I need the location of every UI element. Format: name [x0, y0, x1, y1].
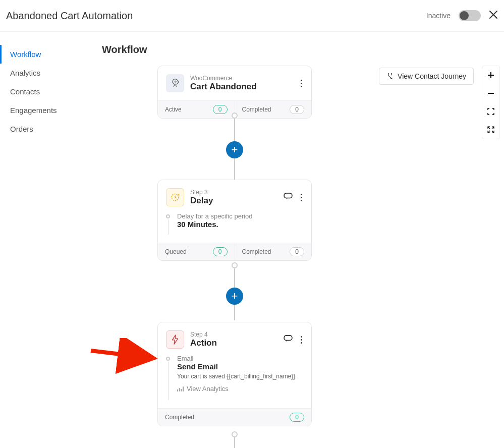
- plus-icon: [487, 71, 495, 79]
- fit-screen-button[interactable]: [482, 102, 499, 121]
- node-sup: WooCommerce: [190, 75, 294, 82]
- kebab-icon[interactable]: [300, 79, 303, 88]
- connector-dot: [232, 113, 238, 119]
- count-pill: 0: [213, 247, 228, 256]
- status-toggle[interactable]: [459, 10, 481, 21]
- node-actions: [284, 193, 303, 202]
- minus-icon: [487, 89, 495, 97]
- add-step-button[interactable]: +: [226, 288, 243, 305]
- node-header: Step 3 Delay: [158, 180, 311, 210]
- node-sup: Step 3: [190, 189, 277, 196]
- workflow-node-trigger[interactable]: WooCommerce Cart Abandoned Active 0 Comp…: [157, 66, 312, 119]
- body-line2: Send Email: [177, 362, 295, 371]
- view-analytics-link[interactable]: View Analytics: [177, 385, 295, 393]
- sub-row: Email Send Email Your cart is saved {{ca…: [166, 355, 303, 400]
- svg-point-2: [175, 81, 177, 82]
- footer-queued: Queued 0: [158, 243, 235, 260]
- node-actions: [300, 79, 303, 88]
- add-step-button[interactable]: +: [226, 141, 243, 158]
- svg-point-0: [388, 73, 389, 74]
- node-body: Delay for a specific period 30 Minutes.: [158, 212, 311, 243]
- node-footer: Queued 0 Completed 0: [158, 243, 311, 260]
- kebab-icon[interactable]: [300, 335, 303, 345]
- svg-rect-5: [284, 335, 292, 340]
- body-line1: Delay for a specific period: [177, 212, 253, 220]
- content: Workflow View Contact Journey: [91, 32, 504, 448]
- footer-completed: Completed 0: [235, 243, 312, 260]
- view-contact-journey-button[interactable]: View Contact Journey: [379, 68, 474, 85]
- node-title: Delay: [190, 196, 277, 206]
- sidebar-item-orders[interactable]: Orders: [0, 120, 91, 138]
- count-pill: 0: [290, 105, 304, 114]
- sub-text: Delay for a specific period 30 Minutes.: [177, 212, 253, 229]
- main: Workflow Analytics Contacts Engagements …: [0, 32, 504, 448]
- bolt-icon: [166, 330, 184, 349]
- sidebar: Workflow Analytics Contacts Engagements …: [0, 32, 91, 448]
- sub-dot: [166, 214, 170, 218]
- analytics-icon: [177, 386, 184, 392]
- fit-icon: [487, 108, 494, 115]
- workflow-canvas[interactable]: View Contact Journey: [91, 66, 504, 448]
- journey-button-label: View Contact Journey: [398, 72, 466, 80]
- footer-label: Completed: [242, 106, 271, 113]
- workflow-node-delay[interactable]: Step 3 Delay Dela: [157, 180, 312, 261]
- footer-active: Active 0: [158, 101, 235, 118]
- topbar-right: Inactive: [426, 9, 498, 22]
- node-body: Email Send Email Your cart is saved {{ca…: [158, 355, 311, 408]
- section-title: Workflow: [91, 44, 504, 55]
- count-pill: 0: [213, 105, 228, 114]
- body-line3: Your cart is saved {{cart_billing_first_…: [177, 373, 295, 380]
- comment-icon[interactable]: [284, 335, 293, 342]
- body-line2: 30 Minutes.: [177, 220, 253, 229]
- close-icon[interactable]: [489, 9, 498, 22]
- sidebar-item-workflow[interactable]: Workflow: [0, 45, 91, 64]
- node-footer: Completed 0: [158, 408, 311, 426]
- page-title: Abandoned Cart Automation: [6, 10, 133, 22]
- connector-dot: [232, 431, 238, 437]
- sub-line: [168, 219, 169, 235]
- workflow-node-action[interactable]: Step 4 Action Ema: [157, 322, 312, 426]
- sidebar-item-analytics[interactable]: Analytics: [0, 64, 91, 82]
- sub-text: Email Send Email Your cart is saved {{ca…: [177, 355, 295, 393]
- toggle-thumb: [460, 11, 469, 20]
- clock-icon: [166, 188, 184, 206]
- count-pill: 0: [290, 413, 304, 422]
- zoom-in-button[interactable]: [482, 66, 499, 84]
- body-line1: Email: [177, 355, 295, 362]
- node-labels: Step 3 Delay: [190, 189, 277, 206]
- node-actions: [284, 335, 303, 345]
- footer-label: Queued: [165, 248, 187, 255]
- kebab-icon[interactable]: [300, 193, 303, 202]
- node-title: Cart Abandoned: [190, 82, 294, 92]
- node-header: WooCommerce Cart Abandoned: [158, 66, 311, 100]
- sub-dot-col: [166, 355, 170, 400]
- fullscreen-button[interactable]: [482, 121, 499, 139]
- node-labels: Step 4 Action: [190, 331, 277, 348]
- node-labels: WooCommerce Cart Abandoned: [190, 75, 294, 92]
- node-sup: Step 4: [190, 331, 277, 338]
- sub-row: Delay for a specific period 30 Minutes.: [166, 212, 303, 235]
- sidebar-item-contacts[interactable]: Contacts: [0, 82, 91, 101]
- rocket-icon: [166, 74, 184, 92]
- sidebar-item-engagements[interactable]: Engagements: [0, 101, 91, 120]
- expand-icon: [487, 126, 494, 133]
- zoom-out-button[interactable]: [482, 84, 499, 102]
- journey-icon: [386, 73, 394, 80]
- node-title: Action: [190, 338, 277, 348]
- annotation-arrow: [86, 338, 166, 378]
- footer-label: Active: [165, 106, 182, 113]
- sub-dot-col: [166, 212, 170, 235]
- comment-icon[interactable]: [284, 193, 293, 200]
- footer-completed: Completed 0: [235, 101, 312, 118]
- footer-label: Completed: [242, 248, 271, 255]
- connector-dot: [232, 262, 238, 268]
- footer-label: Completed: [165, 414, 194, 421]
- svg-rect-4: [284, 193, 292, 198]
- node-header: Step 4 Action: [158, 322, 311, 353]
- count-pill: 0: [290, 247, 304, 256]
- svg-point-1: [391, 73, 392, 74]
- sub-dot: [166, 357, 170, 361]
- status-label: Inactive: [426, 12, 451, 20]
- sub-line: [168, 362, 169, 400]
- top-bar: Abandoned Cart Automation Inactive: [0, 0, 504, 32]
